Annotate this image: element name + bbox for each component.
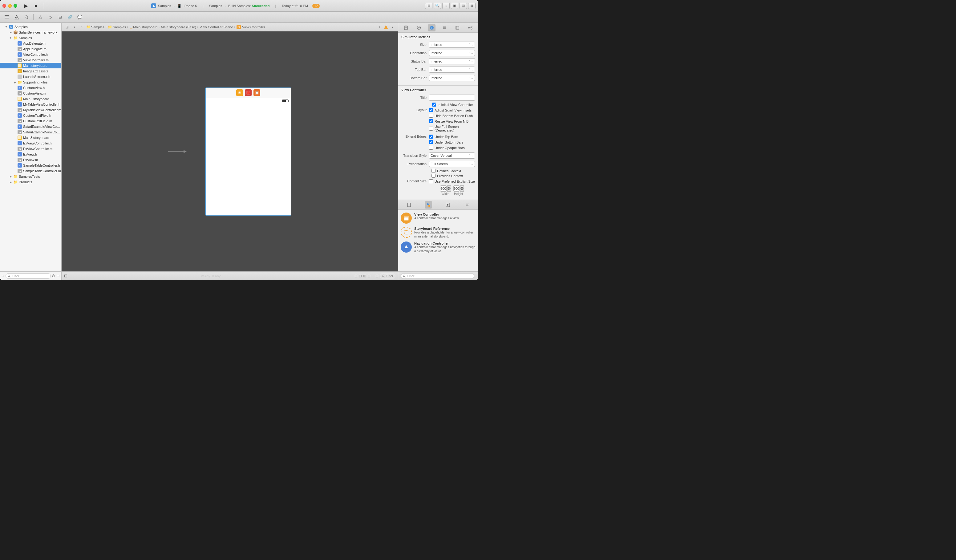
sidebar-item-customview-m[interactable]: m CustomView.m: [0, 91, 61, 96]
library-item-navigation-controller[interactable]: Navigation Controller A controller that …: [401, 242, 476, 253]
sidebar-item-samples-root[interactable]: ▶ S Samples: [0, 24, 61, 30]
fullscreen-checkbox[interactable]: [429, 127, 433, 131]
sidebar-item-main2-storyboard[interactable]: Main2.storyboard: [0, 96, 61, 102]
add-file-button[interactable]: +: [2, 274, 4, 278]
under-opaque-label[interactable]: Under Opaque Bars: [429, 146, 465, 150]
sidebar-item-images[interactable]: ⭐ Images.xcassets: [0, 68, 61, 74]
sidebar-item-samples-folder[interactable]: ▶ 📁 Samples: [0, 35, 61, 41]
resize-nib-label[interactable]: Resize View From NIB: [429, 119, 469, 123]
resize-nib-checkbox[interactable]: [429, 119, 433, 123]
run-button[interactable]: ▶: [22, 3, 30, 9]
hide-bottom-label[interactable]: Hide Bottom Bar on Push: [429, 114, 473, 118]
topbar-select[interactable]: Inferred ⌃⌄: [429, 66, 475, 73]
issue-navigator[interactable]: ◇: [46, 13, 55, 21]
breadcrumb-item-mainstoryboard-base[interactable]: Main.storyboard (Base): [161, 25, 196, 29]
sidebar-item-viewcontroller-h[interactable]: h ViewController.h: [0, 52, 61, 57]
library-item-viewcontroller[interactable]: View Controller A controller that manage…: [401, 212, 476, 223]
sidebar-item-supporting-files[interactable]: ▶ 📁 Supporting Files: [0, 79, 61, 85]
sidebar-item-appdelegate-m[interactable]: m AppDelegate.m: [0, 46, 61, 52]
sidebar-item-mytablevc-h[interactable]: h MyTableViewController.h: [0, 102, 61, 107]
orientation-control[interactable]: Inferred ⌃⌄: [429, 50, 475, 56]
breadcrumb-item-mainstoryboard[interactable]: ◫ Main.storyboard: [129, 25, 157, 29]
adjust-scroll-label[interactable]: Adjust Scroll View Insets: [429, 108, 472, 112]
tab-file-inspector[interactable]: [402, 24, 410, 31]
transition-control[interactable]: Cover Vertical ⌃⌄: [429, 153, 475, 159]
statusbar-control[interactable]: Inferred ⌃⌄: [429, 58, 475, 64]
fullscreen-label[interactable]: Use Full Screen (Deprecated): [429, 125, 475, 132]
layout-button-3[interactable]: ▦: [468, 3, 476, 9]
library-tab-file[interactable]: [405, 201, 413, 209]
show-navigator-button[interactable]: [2, 13, 11, 21]
breadcrumb-item-vc[interactable]: ⊡ View Controller: [237, 25, 265, 29]
statusbar-select[interactable]: Inferred ⌃⌄: [429, 58, 475, 64]
recent-files-button[interactable]: ⏱: [52, 274, 55, 278]
sidebar-item-exview-m[interactable]: m ExView.m: [0, 157, 61, 163]
stop-button[interactable]: ■: [32, 3, 39, 9]
presentation-control[interactable]: Full Screen ⌃⌄: [429, 161, 475, 167]
tab-size-inspector[interactable]: [454, 24, 461, 31]
layout-button-1[interactable]: ▣: [451, 3, 458, 9]
debug-navigator[interactable]: 🔗: [66, 13, 74, 21]
library-item-storyboard-reference[interactable]: Storyboard Reference Provides a placehol…: [401, 227, 476, 238]
bottom-inspector-button[interactable]: ⊞: [376, 274, 379, 278]
width-decrement[interactable]: ▼: [447, 189, 451, 192]
height-increment[interactable]: ▲: [460, 186, 464, 189]
tab-connections-inspector[interactable]: [467, 24, 474, 31]
sidebar-item-sampletablecontroller-h[interactable]: h SampleTableController.h: [0, 163, 61, 168]
under-top-label[interactable]: Under Top Bars: [429, 135, 458, 138]
height-decrement[interactable]: ▼: [460, 189, 464, 192]
under-top-checkbox[interactable]: [429, 135, 433, 138]
sidebar-item-customtextfield-h[interactable]: h CustomTextField.h: [0, 113, 61, 118]
size-control[interactable]: Inferred ⌃⌄: [429, 42, 475, 48]
bottombar-select[interactable]: Inferred ⌃⌄: [429, 75, 475, 81]
maximize-button[interactable]: [14, 4, 17, 8]
zoom-button[interactable]: ⊡: [368, 274, 371, 278]
height-stepper[interactable]: ▲ ▼: [460, 186, 464, 192]
storyboard-grid-button[interactable]: ⊞: [64, 24, 70, 30]
defines-context-checkbox[interactable]: [431, 169, 436, 173]
sidebar-item-exviewcontroller-h[interactable]: h ExViewController.h: [0, 140, 61, 146]
presentation-select[interactable]: Full Screen ⌃⌄: [429, 161, 475, 167]
sidebar-item-safariservices[interactable]: ▶ 📦 SafariServices.framework: [0, 30, 61, 35]
sidebar-item-samplestests[interactable]: ▶ 📁 SamplesTests: [0, 174, 61, 179]
storyboard-canvas-wrapper[interactable]: ☀ 🔴 📋: [61, 31, 398, 271]
sidebar-item-exview-h[interactable]: h ExView.h: [0, 151, 61, 157]
sidebar-item-main-storyboard[interactable]: Main.storyboard: [0, 63, 61, 68]
library-tab-snippets[interactable]: [464, 201, 471, 209]
breadcrumb-item-samples[interactable]: 📁 Samples: [86, 25, 104, 29]
width-stepper[interactable]: ▲ ▼: [447, 186, 451, 192]
sidebar-item-sampletablecontroller-m[interactable]: m SampleTableController.m: [0, 168, 61, 174]
tab-quick-help[interactable]: ?: [415, 24, 423, 31]
canvas-filter-field[interactable]: Filter: [380, 273, 395, 279]
height-field[interactable]: 600: [453, 186, 459, 192]
sidebar-item-mytablevc-m[interactable]: m MyTableViewController.m: [0, 107, 61, 113]
preferred-size-label[interactable]: Use Preferred Explicit Size: [429, 179, 475, 183]
search-button[interactable]: [22, 13, 31, 21]
transition-select[interactable]: Cover Vertical ⌃⌄: [429, 153, 475, 159]
sidebar-item-launchscreen[interactable]: LaunchScreen.xib: [0, 74, 61, 79]
initial-vc-checkbox[interactable]: [432, 102, 436, 107]
layout-button-2[interactable]: ▤: [459, 3, 467, 9]
sidebar-item-exviewcontroller-m[interactable]: m ExViewController.m: [0, 146, 61, 151]
library-tab-media[interactable]: [444, 201, 451, 209]
test-navigator[interactable]: ⊟: [56, 13, 64, 21]
breadcrumb-back[interactable]: ‹: [376, 24, 382, 30]
width-increment[interactable]: ▲: [447, 186, 451, 189]
breadcrumb-item-vcscene[interactable]: View Controller Scene: [200, 25, 233, 29]
sidebar-item-customtextfield-m[interactable]: m CustomTextField.m: [0, 118, 61, 124]
initial-vc-checkbox-label[interactable]: Is Initial View Controller: [432, 102, 475, 107]
orientation-select[interactable]: Inferred ⌃⌄: [429, 50, 475, 56]
tab-identity-inspector[interactable]: i: [428, 24, 436, 31]
title-control[interactable]: [429, 94, 475, 101]
add-button[interactable]: [36, 13, 45, 21]
breadcrumb-forward[interactable]: ›: [389, 24, 395, 30]
close-button[interactable]: [2, 4, 6, 8]
breadcrumb-item-samples2[interactable]: 📁 Samples: [108, 25, 126, 29]
under-bottom-checkbox[interactable]: [429, 140, 433, 144]
forward-button[interactable]: ›: [79, 24, 85, 30]
preferred-size-checkbox[interactable]: [429, 179, 433, 183]
provides-context-label[interactable]: Provides Context: [431, 174, 475, 178]
hierarchy-button[interactable]: ⊞: [57, 274, 60, 278]
back-forward-button[interactable]: ↔: [442, 3, 450, 9]
tab-attributes-inspector[interactable]: [441, 24, 448, 31]
